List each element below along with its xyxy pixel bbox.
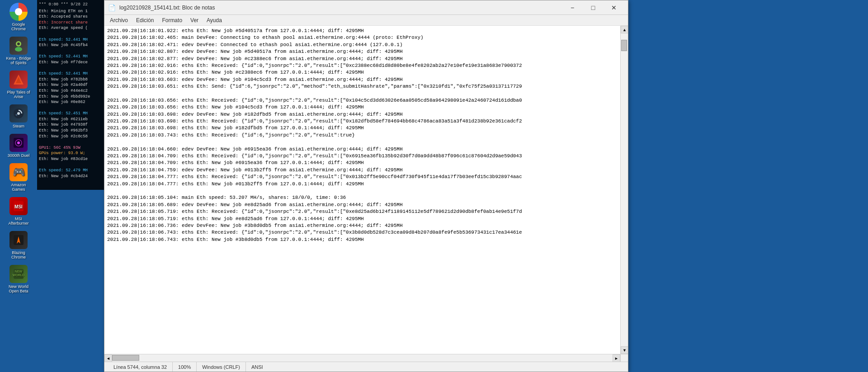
duel-label: 3000th Duel [8,153,30,158]
console-line-11: Eth: New job #2a40df [39,82,103,88]
svg-text:NEW: NEW [15,270,23,273]
console-line-15: Eth speed: 52.451 MH [39,111,103,117]
sidebar-item-kena[interactable]: Kena - Bridge of Spirits [1,34,36,68]
console-line-14: Eth: New job #0e862 [39,99,103,105]
scroll-right-button[interactable]: ► [613,354,620,362]
blazing-chrome-icon [9,231,28,249]
vertical-scrollbar[interactable]: ▲ ▼ [620,26,628,354]
sidebar-item-blazing-chrome[interactable]: Blazing Chrome [1,228,36,262]
console-line-21: Eth speed: 52.479 MH [39,168,103,174]
sidebar-item-tales[interactable]: Play Tales of Arise [1,68,36,102]
chrome-icon [9,3,28,21]
notepad-textarea[interactable]: 2021.09.28|16:18:01.922: eths Eth: New j… [104,26,620,354]
amazon-games-icon: 🎮 [9,163,28,181]
scroll-up-button[interactable]: ▲ [621,26,628,33]
desktop-sidebar: Google Chrome Kena - Bridge of Spirits P… [0,0,37,372]
scrollbar-corner [620,354,628,362]
console-line-8: Eth: New job #f7dece [39,60,103,66]
status-position: Línea 5744, columna 32 [108,362,173,372]
console-line-1: Eth: Mining ETH on 1 [39,9,103,14]
console-line-22: Eth: New job #cb4d24 [39,174,103,179]
new-world-label: New World Open Beta [9,284,28,293]
console-line-16: Eth: New job #6211eb [39,117,103,122]
scroll-thumb-h[interactable] [112,355,139,361]
kena-label: Kena - Bridge of Spirits [6,56,31,65]
horizontal-scrollbar[interactable]: ◄ ► [104,354,620,362]
console-line-9: Eth speed: 52.441 MH [39,71,103,77]
chrome-label: Google Chrome [11,22,26,31]
console-line-18: Eth: New job #962bf3 [39,128,103,134]
duel-icon [9,134,28,152]
sidebar-item-new-world[interactable]: NEW WORLD New World Open Beta [1,262,36,296]
console-line-10: Eth: New job #782bb8 [39,77,103,83]
console-line-3: Eth: Incorrect share [39,20,103,26]
notepad-content: 2021.09.28|16:18:01.922: eths Eth: New j… [104,26,628,354]
msi-label: MSI Afterburner [8,217,28,226]
console-line-12: Eth: New job #44e4c2 [39,88,103,94]
console-overlay: *** 0:00 *** 9/28 22 Eth: Mining ETH on … [37,0,105,190]
menu-archivo[interactable]: Archivo [106,16,132,24]
svg-point-9 [17,141,20,144]
notepad-titlebar: 📄 log20210928_154141.txt: Bloc de notas … [104,0,628,15]
minimize-button[interactable]: − [562,0,583,15]
menu-formato[interactable]: Formato [158,16,186,24]
notepad-menubar: Archivo Edición Formato Ver Ayuda [104,15,628,26]
kena-icon [9,37,28,55]
sidebar-item-msi[interactable]: MSI MSI Afterburner [1,194,36,228]
steam-label: Steam [13,124,24,128]
tales-label: Play Tales of Arise [7,90,30,99]
tales-icon [9,71,28,89]
titlebar-buttons: − □ ✕ [562,0,624,15]
close-button[interactable]: ✕ [604,0,624,15]
sidebar-item-chrome[interactable]: Google Chrome [1,0,36,34]
svg-point-6 [17,112,20,115]
console-header: *** 0:00 *** 9/28 22 [39,2,103,8]
menu-edicion[interactable]: Edición [132,16,157,24]
restore-button[interactable]: □ [583,0,604,15]
notepad-title-text: log20210928_154141.txt: Bloc de notas [119,5,559,11]
console-line-19: Eth: New job #2c0c58 [39,134,103,140]
notepad-window: 📄 log20210928_154141.txt: Bloc de notas … [104,0,628,372]
scroll-track-v[interactable] [621,33,628,346]
menu-ayuda[interactable]: Ayuda [203,16,226,24]
status-line-endings: Windows (CRLF) [197,362,246,372]
console-line-5: Eth speed: 52.441 MH [39,37,103,43]
svg-text:WORLD: WORLD [13,273,24,277]
msi-icon: MSI [9,197,28,215]
notepad-title-icon: 📄 [108,4,116,11]
bottom-scrollbar-area: ◄ ► [104,354,628,362]
console-line-4: Eth: Average speed ( [39,25,103,31]
menu-ver[interactable]: Ver [187,16,202,24]
steam-icon [9,104,28,122]
status-zoom: 100% [173,362,197,372]
console-line-20: Eth: New job #83cd1e [39,156,103,162]
scroll-left-button[interactable]: ◄ [104,354,112,362]
console-line-gpu: GPU1: 56C 45% 93W [39,145,103,151]
status-encoding: ANSI [246,362,269,372]
console-line-7: Eth speed: 52.441 MH [39,54,103,60]
blazing-chrome-label: Blazing Chrome [11,250,26,259]
svg-point-1 [15,47,22,52]
scroll-track-h[interactable] [112,354,613,362]
notepad-statusbar: Línea 5744, columna 32 100% Windows (CRL… [104,362,628,372]
console-line-17: Eth: New job #47938f [39,122,103,128]
svg-text:MSI: MSI [14,204,23,209]
console-line-6: Eth: New job #c45fb4 [39,42,103,48]
svg-point-2 [17,42,20,45]
scroll-down-button[interactable]: ▼ [621,346,628,354]
console-line-2: Eth: Accepted shares [39,14,103,20]
console-line-power: GPUs power: 93.0 W; [39,151,103,156]
scroll-thumb-v[interactable] [621,40,627,51]
amazon-games-label: Amazon Games [11,183,26,192]
console-line-13: Eth: New job #bbd992e [39,94,103,100]
new-world-icon: NEW WORLD [9,265,28,283]
sidebar-item-amazon-games[interactable]: 🎮 Amazon Games [1,160,36,194]
sidebar-item-steam[interactable]: Steam [1,102,36,131]
sidebar-item-3000th-duel[interactable]: 3000th Duel [1,131,36,160]
